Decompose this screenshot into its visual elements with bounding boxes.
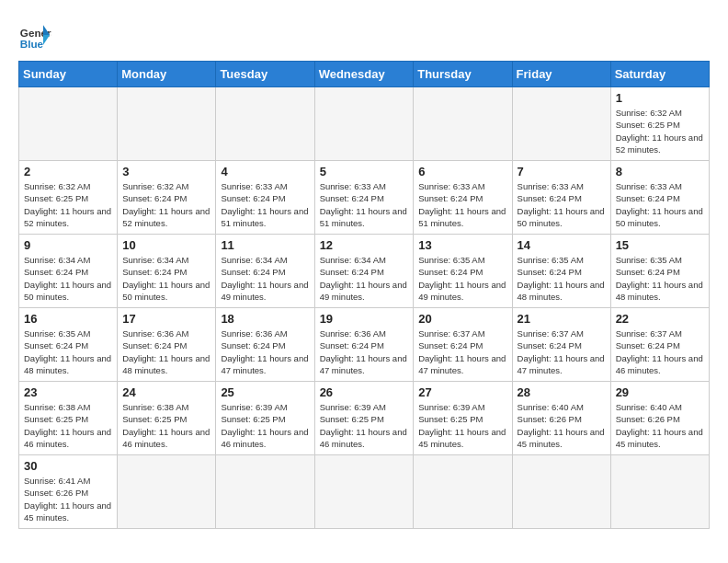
day-header-saturday: Saturday: [610, 62, 709, 87]
day-info: Sunrise: 6:32 AMSunset: 6:25 PMDaylight:…: [24, 180, 112, 229]
calendar-cell: 20Sunrise: 6:37 AMSunset: 6:24 PMDayligh…: [414, 308, 512, 382]
week-row-6: 30Sunrise: 6:41 AMSunset: 6:26 PMDayligh…: [19, 455, 710, 529]
calendar-header-row: SundayMondayTuesdayWednesdayThursdayFrid…: [19, 62, 710, 87]
day-info: Sunrise: 6:36 AMSunset: 6:24 PMDaylight:…: [122, 327, 210, 376]
day-header-monday: Monday: [118, 62, 216, 87]
day-info: Sunrise: 6:34 AMSunset: 6:24 PMDaylight:…: [24, 254, 112, 303]
week-row-3: 9Sunrise: 6:34 AMSunset: 6:24 PMDaylight…: [19, 235, 710, 308]
logo: General Blue: [18, 18, 51, 52]
day-number: 14: [518, 238, 606, 252]
calendar-cell: [118, 455, 216, 529]
calendar-cell: 25Sunrise: 6:39 AMSunset: 6:25 PMDayligh…: [216, 382, 314, 455]
calendar-table: SundayMondayTuesdayWednesdayThursdayFrid…: [18, 61, 710, 529]
day-info: Sunrise: 6:33 AMSunset: 6:24 PMDaylight:…: [418, 180, 506, 229]
day-number: 23: [24, 385, 112, 399]
calendar-cell: [19, 87, 118, 161]
day-number: 18: [221, 312, 309, 326]
day-number: 11: [221, 238, 309, 252]
week-row-4: 16Sunrise: 6:35 AMSunset: 6:24 PMDayligh…: [19, 308, 710, 382]
day-header-friday: Friday: [512, 62, 610, 87]
day-header-thursday: Thursday: [414, 62, 512, 87]
day-info: Sunrise: 6:34 AMSunset: 6:24 PMDaylight:…: [122, 254, 210, 303]
day-number: 20: [418, 312, 506, 326]
page-header: General Blue: [18, 18, 710, 52]
calendar-cell: [314, 87, 414, 161]
day-number: 21: [518, 312, 606, 326]
day-info: Sunrise: 6:38 AMSunset: 6:25 PMDaylight:…: [24, 401, 112, 450]
calendar-cell: 15Sunrise: 6:35 AMSunset: 6:24 PMDayligh…: [610, 235, 709, 308]
week-row-1: 1Sunrise: 6:32 AMSunset: 6:25 PMDaylight…: [19, 87, 710, 161]
calendar-cell: 9Sunrise: 6:34 AMSunset: 6:24 PMDaylight…: [19, 235, 118, 308]
calendar-cell: 19Sunrise: 6:36 AMSunset: 6:24 PMDayligh…: [314, 308, 414, 382]
calendar-cell: 13Sunrise: 6:35 AMSunset: 6:24 PMDayligh…: [414, 235, 512, 308]
week-row-2: 2Sunrise: 6:32 AMSunset: 6:25 PMDaylight…: [19, 161, 710, 235]
day-info: Sunrise: 6:34 AMSunset: 6:24 PMDaylight:…: [221, 254, 309, 303]
day-number: 17: [122, 312, 210, 326]
day-info: Sunrise: 6:39 AMSunset: 6:25 PMDaylight:…: [320, 401, 409, 450]
day-info: Sunrise: 6:40 AMSunset: 6:26 PMDaylight:…: [518, 401, 606, 450]
day-number: 12: [320, 238, 409, 252]
day-info: Sunrise: 6:37 AMSunset: 6:24 PMDaylight:…: [616, 327, 704, 376]
day-number: 15: [616, 238, 704, 252]
day-number: 16: [24, 312, 112, 326]
day-header-sunday: Sunday: [19, 62, 118, 87]
day-number: 1: [616, 91, 704, 105]
calendar-cell: [512, 87, 610, 161]
calendar-cell: [414, 87, 512, 161]
calendar-cell: [414, 455, 512, 529]
calendar-cell: 4Sunrise: 6:33 AMSunset: 6:24 PMDaylight…: [216, 161, 314, 235]
calendar-cell: 2Sunrise: 6:32 AMSunset: 6:25 PMDaylight…: [19, 161, 118, 235]
day-info: Sunrise: 6:36 AMSunset: 6:24 PMDaylight:…: [320, 327, 409, 376]
svg-marker-3: [43, 35, 50, 45]
day-info: Sunrise: 6:33 AMSunset: 6:24 PMDaylight:…: [518, 180, 606, 229]
day-info: Sunrise: 6:35 AMSunset: 6:24 PMDaylight:…: [24, 327, 112, 376]
calendar-cell: 3Sunrise: 6:32 AMSunset: 6:24 PMDaylight…: [118, 161, 216, 235]
calendar-cell: 22Sunrise: 6:37 AMSunset: 6:24 PMDayligh…: [610, 308, 709, 382]
day-number: 7: [518, 165, 606, 178]
day-info: Sunrise: 6:35 AMSunset: 6:24 PMDaylight:…: [616, 254, 704, 303]
calendar-cell: 27Sunrise: 6:39 AMSunset: 6:25 PMDayligh…: [414, 382, 512, 455]
calendar-cell: 24Sunrise: 6:38 AMSunset: 6:25 PMDayligh…: [118, 382, 216, 455]
calendar-cell: 6Sunrise: 6:33 AMSunset: 6:24 PMDaylight…: [414, 161, 512, 235]
day-header-wednesday: Wednesday: [314, 62, 414, 87]
day-number: 28: [518, 385, 606, 399]
calendar-cell: 28Sunrise: 6:40 AMSunset: 6:26 PMDayligh…: [512, 382, 610, 455]
day-info: Sunrise: 6:33 AMSunset: 6:24 PMDaylight:…: [320, 180, 409, 229]
day-number: 22: [616, 312, 704, 326]
calendar-cell: 21Sunrise: 6:37 AMSunset: 6:24 PMDayligh…: [512, 308, 610, 382]
day-number: 9: [24, 238, 112, 252]
day-info: Sunrise: 6:39 AMSunset: 6:25 PMDaylight:…: [418, 401, 506, 450]
day-info: Sunrise: 6:37 AMSunset: 6:24 PMDaylight:…: [418, 327, 506, 376]
day-number: 8: [616, 165, 704, 178]
calendar-cell: 17Sunrise: 6:36 AMSunset: 6:24 PMDayligh…: [118, 308, 216, 382]
day-number: 4: [221, 165, 309, 178]
calendar-cell: 18Sunrise: 6:36 AMSunset: 6:24 PMDayligh…: [216, 308, 314, 382]
calendar-cell: [610, 455, 709, 529]
calendar-cell: 10Sunrise: 6:34 AMSunset: 6:24 PMDayligh…: [118, 235, 216, 308]
day-number: 6: [418, 165, 506, 178]
calendar-cell: 11Sunrise: 6:34 AMSunset: 6:24 PMDayligh…: [216, 235, 314, 308]
day-number: 13: [418, 238, 506, 252]
day-info: Sunrise: 6:41 AMSunset: 6:26 PMDaylight:…: [24, 475, 112, 523]
day-info: Sunrise: 6:33 AMSunset: 6:24 PMDaylight:…: [221, 180, 309, 229]
day-info: Sunrise: 6:40 AMSunset: 6:26 PMDaylight:…: [616, 401, 704, 450]
day-number: 2: [24, 165, 112, 178]
calendar-cell: 26Sunrise: 6:39 AMSunset: 6:25 PMDayligh…: [314, 382, 414, 455]
calendar-cell: [118, 87, 216, 161]
calendar-cell: 23Sunrise: 6:38 AMSunset: 6:25 PMDayligh…: [19, 382, 118, 455]
day-number: 24: [122, 385, 210, 399]
calendar-cell: [216, 455, 314, 529]
day-number: 26: [320, 385, 409, 399]
day-info: Sunrise: 6:38 AMSunset: 6:25 PMDaylight:…: [122, 401, 210, 450]
day-number: 29: [616, 385, 704, 399]
day-number: 27: [418, 385, 506, 399]
day-info: Sunrise: 6:39 AMSunset: 6:25 PMDaylight:…: [221, 401, 309, 450]
calendar-cell: [314, 455, 414, 529]
day-number: 19: [320, 312, 409, 326]
day-info: Sunrise: 6:34 AMSunset: 6:24 PMDaylight:…: [320, 254, 409, 303]
calendar-cell: [216, 87, 314, 161]
calendar-cell: 8Sunrise: 6:33 AMSunset: 6:24 PMDaylight…: [610, 161, 709, 235]
day-info: Sunrise: 6:35 AMSunset: 6:24 PMDaylight:…: [418, 254, 506, 303]
svg-text:Blue: Blue: [20, 38, 44, 50]
calendar-cell: 14Sunrise: 6:35 AMSunset: 6:24 PMDayligh…: [512, 235, 610, 308]
